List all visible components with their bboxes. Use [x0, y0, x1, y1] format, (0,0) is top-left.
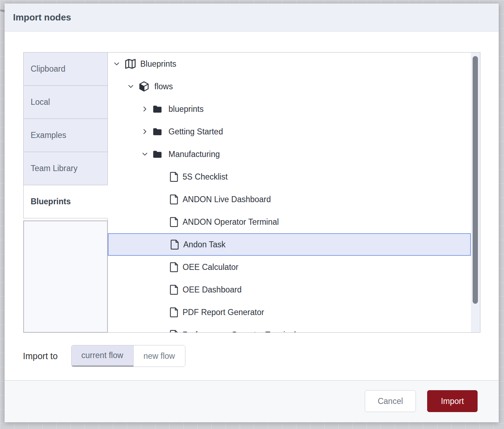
tree-row[interactable]: OEE Dashboard: [108, 278, 471, 301]
file-icon: [170, 284, 178, 295]
tree-item-label: flows: [154, 82, 173, 91]
file-icon-wrap: [170, 330, 178, 333]
tree-expander[interactable]: [127, 82, 135, 91]
tab-examples[interactable]: Examples: [23, 119, 108, 152]
tree-row[interactable]: Andon Task: [108, 233, 471, 256]
cancel-button[interactable]: Cancel: [365, 390, 416, 412]
dialog-footer: Cancel Import: [5, 380, 499, 422]
tab-label: Blueprints: [31, 197, 71, 206]
folder-icon: [153, 127, 162, 136]
scrollbar-track[interactable]: [471, 53, 480, 332]
dialog-header: Import nodes: [5, 4, 499, 32]
import-destination-toggle: current flownew flow: [71, 345, 185, 367]
file-icon-wrap: [170, 307, 178, 318]
tree-expander[interactable]: [141, 127, 149, 136]
tab-label: Team Library: [31, 164, 78, 173]
tree-expander[interactable]: [141, 150, 149, 158]
folder-icon-wrap: [153, 105, 162, 113]
chevron-down-icon: [127, 83, 134, 90]
file-icon: [170, 171, 178, 182]
file-icon: [170, 194, 178, 205]
file-icon-wrap: [170, 171, 178, 182]
tree-row[interactable]: Manufacturing: [108, 143, 471, 165]
tab-local[interactable]: Local: [23, 85, 108, 119]
tree-item-label: ANDON Live Dashboard: [183, 195, 271, 204]
import-nodes-dialog: Import nodes ClipboardLocalExamplesTeam …: [5, 4, 499, 422]
tree-row[interactable]: ANDON Operator Terminal: [108, 211, 471, 233]
tree-row[interactable]: blueprints: [108, 98, 471, 120]
import-to-label: Import to: [23, 351, 58, 361]
sidebar-filler: [23, 220, 108, 333]
file-icon: [170, 307, 178, 318]
tree-row[interactable]: Getting Started: [108, 120, 471, 143]
tree-row[interactable]: ANDON Live Dashboard: [108, 188, 471, 211]
tab-team-library[interactable]: Team Library: [23, 152, 108, 185]
folder-icon: [153, 105, 162, 113]
tree-item-label: Andon Task: [183, 240, 226, 249]
tree-item-label: Performance Operator Terminal: [183, 330, 296, 333]
tree-item-label: blueprints: [168, 104, 204, 114]
cube-icon-wrap: [139, 81, 149, 92]
folder-icon-wrap: [153, 150, 162, 158]
tree-row[interactable]: OEE Calculator: [108, 256, 471, 278]
tree-item-label: PDF Report Generator: [183, 308, 264, 317]
file-icon-wrap: [170, 284, 178, 295]
map-icon: [124, 59, 136, 69]
tree-item-label: OEE Dashboard: [183, 285, 241, 295]
file-icon: [170, 217, 178, 227]
tree-row[interactable]: PDF Report Generator: [108, 301, 471, 324]
chevron-right-icon: [141, 128, 148, 135]
tree-item-label: Getting Started: [168, 127, 223, 137]
cube-icon: [139, 81, 149, 92]
file-icon-wrap: [170, 262, 178, 272]
tree-expander[interactable]: [141, 105, 149, 113]
tab-label: Examples: [31, 131, 66, 140]
tree-row[interactable]: 5S Checklist: [108, 165, 471, 188]
folder-icon: [153, 150, 162, 158]
file-icon: [170, 239, 179, 250]
chevron-down-icon: [141, 151, 148, 158]
tree-item-label: Blueprints: [140, 59, 176, 69]
file-icon-wrap: [170, 217, 178, 227]
tree-item-label: OEE Calculator: [183, 262, 239, 272]
tree-expander[interactable]: [112, 60, 121, 68]
chevron-down-icon: [113, 60, 120, 67]
import-button[interactable]: Import: [427, 390, 478, 412]
dialog-title: Import nodes: [13, 12, 71, 23]
toggle-new-flow[interactable]: new flow: [134, 345, 185, 367]
import-destination-row: Import to current flownew flow: [23, 345, 185, 367]
tree-row[interactable]: Blueprints: [108, 53, 471, 75]
tree-item-label: 5S Checklist: [183, 172, 228, 182]
tab-label: Local: [31, 97, 50, 107]
tree-row[interactable]: flows: [108, 75, 471, 98]
scrollbar-thumb[interactable]: [473, 56, 478, 304]
folder-icon-wrap: [153, 127, 162, 136]
tab-label: Clipboard: [31, 64, 65, 74]
tab-blueprints[interactable]: Blueprints: [23, 185, 108, 218]
tree-row[interactable]: Performance Operator Terminal: [108, 324, 471, 333]
tab-clipboard[interactable]: Clipboard: [23, 52, 108, 86]
toggle-current-flow[interactable]: current flow: [72, 345, 134, 367]
file-icon-wrap: [170, 194, 178, 205]
file-icon-wrap: [170, 239, 179, 250]
map-icon-wrap: [124, 59, 136, 69]
file-icon: [170, 262, 178, 272]
file-icon: [170, 330, 178, 333]
tree-item-label: Manufacturing: [168, 150, 220, 159]
library-tree-panel: Blueprints flows blueprints Getting Star…: [107, 52, 480, 333]
tree-item-label: ANDON Operator Terminal: [183, 217, 279, 227]
chevron-right-icon: [141, 105, 148, 113]
library-tab-list: ClipboardLocalExamplesTeam LibraryBluepr…: [23, 52, 108, 218]
